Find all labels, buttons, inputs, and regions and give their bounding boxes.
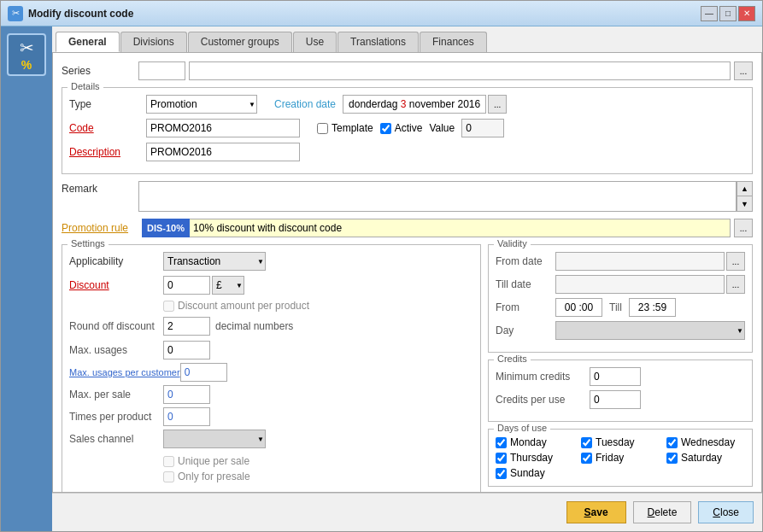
series-dots-button[interactable]: ... [734, 61, 753, 80]
till-date-input[interactable] [555, 275, 725, 294]
discount-input[interactable] [163, 276, 210, 295]
tab-finances[interactable]: Finances [420, 32, 487, 52]
discount-field: £ ▼ [163, 276, 244, 295]
applicability-row: Applicability Transaction ▼ [69, 252, 473, 271]
delete-label-rest: elete [654, 506, 677, 518]
form-content: Series ... Details Type Promotion [52, 53, 762, 493]
friday-label: Friday [596, 452, 624, 464]
template-checkbox-item: Template [317, 122, 373, 134]
description-input[interactable] [146, 143, 300, 161]
details-group: Details Type Promotion ▼ Creation date [62, 87, 753, 174]
save-button[interactable]: Save [566, 501, 626, 523]
close-label-rest: lose [720, 506, 739, 518]
from-date-input[interactable] [555, 252, 725, 271]
template-checkbox[interactable] [317, 123, 328, 134]
sunday-checkbox[interactable] [496, 468, 507, 479]
only-presale-checkbox[interactable] [163, 471, 174, 482]
code-extra: Template Active Value [317, 119, 504, 137]
code-input[interactable] [146, 119, 300, 137]
from-date-row: From date ... [496, 252, 745, 271]
max-per-sale-input[interactable] [163, 385, 210, 404]
promo-rule-label[interactable]: Promotion rule [62, 222, 138, 234]
till-time-input[interactable] [629, 298, 676, 317]
max-usages-per-customer-label[interactable]: Max. usages per customer [69, 367, 180, 377]
promo-rule-desc-input[interactable] [190, 219, 731, 237]
tuesday-checkbox[interactable] [581, 437, 592, 448]
unique-per-sale-row: Unique per sale [163, 455, 473, 467]
creation-date-text-post: november 2016 [406, 98, 480, 110]
day-select[interactable]: MondayTuesdayWednesday ThursdayFridaySat… [555, 321, 745, 340]
applicability-select[interactable]: Transaction [163, 252, 266, 271]
remark-scroll-up[interactable]: ▲ [737, 181, 753, 196]
description-label[interactable]: Description [69, 146, 146, 158]
close-underline: C [713, 506, 720, 518]
credits-panel: Credits Minimum credits Credits per use [488, 360, 753, 422]
close-window-button[interactable]: ✕ [738, 6, 755, 21]
active-checkbox[interactable] [380, 123, 391, 134]
remark-input-area: ▲ ▼ [138, 181, 753, 212]
tabs-container: General Divisions Customer groups Use Tr… [52, 26, 762, 53]
close-button[interactable]: Close [698, 501, 754, 523]
creation-date-btn[interactable]: ... [488, 95, 507, 114]
discount-per-product-row: Discount amount per product [163, 300, 473, 312]
window-title: Modify discount code [28, 8, 701, 20]
max-per-sale-label: Max. per sale [69, 389, 163, 400]
tab-customer-groups[interactable]: Customer groups [188, 32, 292, 52]
title-buttons: — □ ✕ [701, 6, 755, 21]
max-usages-row: Max. usages [69, 341, 473, 360]
round-off-input[interactable] [163, 317, 210, 336]
type-select[interactable]: Promotion [146, 95, 257, 114]
type-select-wrapper: Promotion ▼ [146, 95, 257, 114]
template-label: Template [332, 122, 373, 134]
creation-date-display: donderdag 3 november 2016 [343, 95, 486, 114]
maximize-button[interactable]: □ [719, 6, 737, 21]
max-usages-per-customer-input[interactable] [180, 363, 227, 382]
from-date-btn[interactable]: ... [726, 252, 745, 271]
min-credits-input[interactable] [590, 367, 641, 386]
monday-checkbox[interactable] [496, 437, 507, 448]
till-date-btn[interactable]: ... [726, 275, 745, 294]
series-input1[interactable] [138, 61, 185, 80]
creation-date-area: Creation date donderdag 3 november 2016 … [274, 95, 507, 114]
code-label[interactable]: Code [69, 122, 146, 134]
unique-per-sale-checkbox[interactable] [163, 456, 174, 467]
round-off-row: Round off discount decimal numbers [69, 317, 473, 336]
remark-scroll-down[interactable]: ▼ [737, 196, 753, 212]
saturday-label: Saturday [681, 452, 722, 464]
round-off-suffix: decimal numbers [215, 320, 293, 332]
credits-per-use-input[interactable] [590, 390, 641, 409]
delete-button[interactable]: Delete [633, 501, 692, 523]
times-per-product-input[interactable] [163, 407, 210, 426]
saturday-checkbox[interactable] [666, 453, 678, 464]
tab-translations[interactable]: Translations [337, 32, 419, 52]
creation-date-label: Creation date [274, 98, 336, 110]
from-time-input[interactable] [555, 298, 602, 317]
value-input[interactable] [461, 119, 504, 137]
promo-rule-dots-button[interactable]: ... [734, 219, 753, 237]
remark-textarea[interactable] [138, 181, 737, 212]
friday-checkbox[interactable] [581, 453, 592, 464]
minimize-button[interactable]: — [701, 6, 718, 21]
credits-label: Credits [494, 354, 531, 364]
from-date-label: From date [496, 255, 555, 267]
delete-underline: D [648, 506, 655, 518]
sunday-label: Sunday [510, 467, 545, 479]
currency-select[interactable]: £ [212, 276, 244, 295]
thursday-checkbox[interactable] [496, 453, 507, 464]
main-window: ✂ Modify discount code — □ ✕ ✂ % General… [0, 0, 763, 532]
max-usages-input[interactable] [163, 341, 210, 360]
tab-general[interactable]: General [56, 32, 120, 52]
sales-channel-select[interactable] [163, 430, 266, 448]
monday-item: Monday [496, 436, 574, 448]
discount-per-product-checkbox[interactable] [163, 301, 174, 312]
wednesday-label: Wednesday [681, 436, 735, 448]
promo-rule-tag: DIS-10% [142, 219, 190, 237]
till-date-label: Till date [496, 278, 555, 290]
discount-label[interactable]: Discount [69, 279, 163, 291]
tab-divisions[interactable]: Divisions [120, 32, 187, 52]
wednesday-checkbox[interactable] [666, 437, 678, 448]
thursday-label: Thursday [510, 452, 553, 464]
tab-use[interactable]: Use [293, 32, 337, 52]
series-input2[interactable] [189, 61, 731, 80]
validity-panel: Validity From date ... Till date [488, 244, 753, 353]
